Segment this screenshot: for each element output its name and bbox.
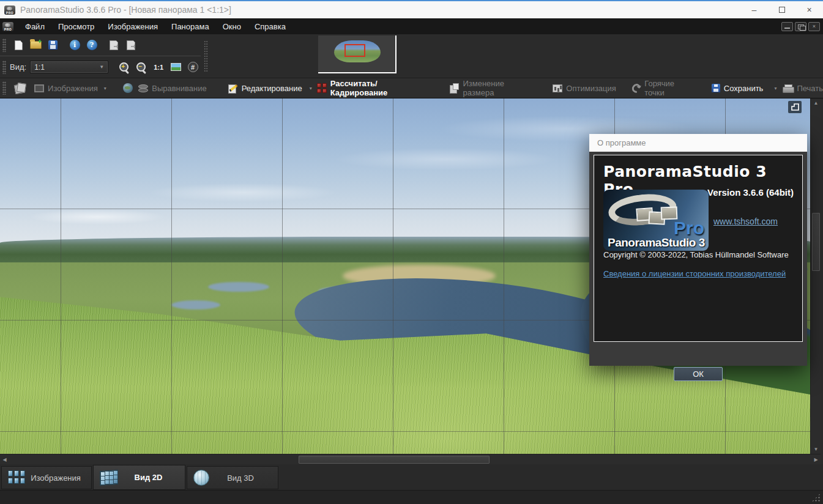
copyright-text: Copyright © 2003-2022, Tobias Hüllmandel… xyxy=(603,250,789,259)
images-icon xyxy=(34,84,44,92)
maximize-icon xyxy=(779,7,785,13)
tab-view-2d[interactable]: Вид 2D xyxy=(93,465,185,490)
fit-image-button[interactable] xyxy=(167,59,184,75)
combo-arrow-icon: ▼ xyxy=(99,64,104,70)
scroll-right-arrow[interactable]: ▶ xyxy=(811,454,821,465)
workflow-step-render-crop[interactable]: Рассчитать/Кадрирование xyxy=(317,79,428,97)
grid-toggle-button[interactable]: # xyxy=(184,59,201,75)
export-button[interactable] xyxy=(105,37,122,53)
vertical-scrollbar[interactable]: ▲ ▼ xyxy=(810,98,821,454)
close-button[interactable]: × xyxy=(795,1,823,18)
logo-title: PanoramaStudio 3 xyxy=(608,236,705,250)
pencil-icon xyxy=(228,83,238,93)
workflow-step-images[interactable]: Изображения xyxy=(34,84,98,93)
save-floppy-icon xyxy=(48,40,58,50)
editing-dropdown-arrow[interactable]: ▾ xyxy=(310,86,312,91)
navigator-toggle-icon xyxy=(791,103,799,111)
photo-stack-icon xyxy=(15,83,26,93)
maximize-button[interactable] xyxy=(768,1,795,18)
images-grid-icon xyxy=(8,470,26,485)
help-button[interactable]: ? xyxy=(83,37,100,53)
info-icon: i xyxy=(70,40,80,50)
ok-button[interactable]: ОК xyxy=(674,367,723,381)
menu-window[interactable]: Окно xyxy=(216,18,248,34)
minus-sign: − xyxy=(138,63,142,70)
status-bar xyxy=(0,490,823,504)
new-project-button[interactable] xyxy=(10,37,27,53)
menu-bar: Файл Просмотр Изображения Панорама Окно … xyxy=(0,18,823,34)
open-button[interactable] xyxy=(27,37,44,53)
scroll-down-arrow[interactable]: ▼ xyxy=(811,445,821,454)
workflow-step-resize[interactable]: Изменение размера xyxy=(450,79,533,97)
mdi-restore-button[interactable] xyxy=(795,22,806,31)
minimize-button[interactable]: – xyxy=(740,1,768,18)
horizontal-scroll-thumb[interactable] xyxy=(299,456,490,464)
menu-images[interactable]: Изображения xyxy=(101,18,165,34)
about-dialog-title-bar[interactable]: О программе xyxy=(589,134,807,152)
toolbar-grip[interactable] xyxy=(2,39,6,52)
optimize-icon xyxy=(553,84,562,92)
add-images-button[interactable] xyxy=(12,80,28,96)
about-info-panel: PanoramaStudio 3 Pro Pro PanoramaStudio … xyxy=(594,155,803,342)
export-page-icon-2 xyxy=(127,40,135,50)
view-2d-icon xyxy=(100,469,118,485)
navigator-panel xyxy=(318,35,397,73)
window-resize-grip[interactable] xyxy=(811,493,821,502)
horizontal-scrollbar[interactable]: ◀ ▶ xyxy=(0,454,821,464)
images-dropdown-arrow[interactable]: ▾ xyxy=(104,86,106,91)
viewport-rectangle[interactable] xyxy=(344,44,365,57)
toolbar-standard: i ? xyxy=(0,34,245,56)
view-3d-sphere-icon xyxy=(193,470,209,486)
zoom-out-icon: − xyxy=(136,62,147,73)
workflow-step-print[interactable]: Печать xyxy=(783,84,823,93)
zoom-out-button[interactable]: − xyxy=(133,59,150,75)
zoom-level-value: 1:1 xyxy=(34,63,45,72)
vertical-scroll-thumb[interactable] xyxy=(812,213,820,271)
scroll-up-arrow[interactable]: ▲ xyxy=(811,98,821,108)
help-icon: ? xyxy=(87,40,97,50)
workflow-step-editing[interactable]: Редактирование xyxy=(228,83,302,93)
workflow-step-optimize[interactable]: Оптимизация xyxy=(553,84,616,93)
workflow-step-save[interactable]: Сохранить xyxy=(712,84,764,93)
save-step-icon xyxy=(712,84,720,92)
export-alt-button[interactable] xyxy=(122,37,140,53)
save-button[interactable] xyxy=(44,37,61,53)
zoom-actual-button[interactable]: 1:1 xyxy=(150,59,167,75)
website-link[interactable]: www.tshsoft.com xyxy=(713,217,778,226)
print-icon xyxy=(783,84,793,92)
zoom-in-button[interactable]: + xyxy=(116,59,133,75)
mdi-close-button[interactable]: × xyxy=(808,22,820,31)
info-button[interactable]: i xyxy=(66,37,83,53)
workflow-label-images: Изображения xyxy=(48,84,98,93)
panorama-thumbnail[interactable] xyxy=(334,40,381,62)
window-title: PanoramaStudio 3.6.6 Pro - [Новая панора… xyxy=(20,5,231,15)
third-party-license-link[interactable]: Сведения о лицензии сторонних производит… xyxy=(603,269,786,278)
tab-images[interactable]: Изображения xyxy=(1,466,92,489)
workflow-step-hotspots[interactable]: Горячие точки xyxy=(632,79,693,97)
view-label: Вид: xyxy=(10,62,26,72)
tab-view-3d[interactable]: Вид 3D xyxy=(187,466,278,489)
navigator-toggle-button[interactable] xyxy=(788,101,802,113)
menu-file[interactable]: Файл xyxy=(18,18,51,34)
workflow-bar: Изображения ▾ Выравнивание Редактировани… xyxy=(0,78,823,98)
workflow-step-alignment[interactable]: Выравнивание xyxy=(138,84,206,93)
app-logo-icon xyxy=(4,6,15,15)
mdi-minimize-button[interactable] xyxy=(781,22,793,31)
plus-sign: + xyxy=(121,63,125,70)
workflow-label-resize: Изменение размера xyxy=(463,79,533,97)
toolbar-grip-2[interactable] xyxy=(2,61,6,74)
menu-help[interactable]: Справка xyxy=(248,18,292,34)
logo-pro-badge: Pro xyxy=(674,218,704,239)
scroll-left-arrow[interactable]: ◀ xyxy=(0,454,9,465)
mdi-window-controls: × xyxy=(781,22,820,31)
save-dropdown-arrow[interactable]: ▾ xyxy=(774,86,776,91)
menu-view[interactable]: Просмотр xyxy=(51,18,101,34)
about-dialog: О программе PanoramaStudio 3 Pro Pro Pan… xyxy=(589,134,807,366)
globe-button[interactable] xyxy=(120,80,136,96)
hotspots-icon xyxy=(630,82,642,95)
title-bar: PanoramaStudio 3.6.6 Pro - [Новая панора… xyxy=(0,0,823,18)
workflow-label-alignment: Выравнивание xyxy=(152,84,206,93)
zoom-level-select[interactable]: 1:1 ▼ xyxy=(30,61,108,73)
menu-panorama[interactable]: Панорама xyxy=(165,18,216,34)
workflow-grip[interactable] xyxy=(2,81,6,95)
